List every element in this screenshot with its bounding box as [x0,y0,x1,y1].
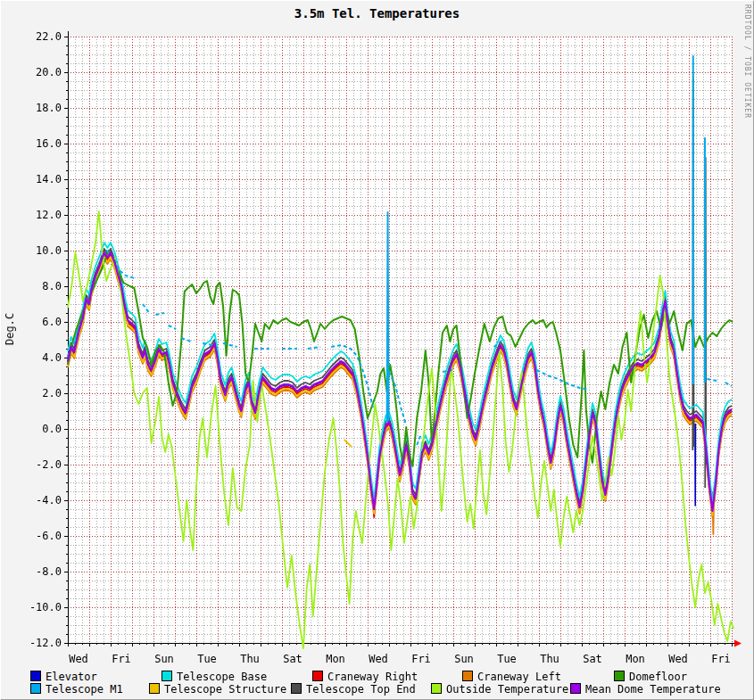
legend-item-craneway_left: Craneway Left [462,671,561,682]
legend-item-telescope_structure: Telescope Structure [149,683,286,695]
x-tick-label: Sun [446,654,482,664]
y-tick-label: 8.0 [22,281,62,292]
legend-item-telescope_m1: Telescope M1 [30,683,123,695]
x-tick-label: Sat [275,654,311,664]
x-tick-label: Fri [403,654,439,664]
y-tick-label: 18.0 [22,103,62,113]
legend-item-elevator: Elevator [30,671,97,682]
legend-label: Mean Dome Temperature [585,683,721,696]
chart-plot-canvas [1,1,754,665]
x-tick-label: Sun [146,654,182,664]
rrdtool-temperature-graph: 3.5m Tel. Temperatures Deg.C RRDTOOL / T… [0,0,754,700]
legend-item-telescope_top_end: Telescope Top End [291,683,416,695]
y-tick-label: -2.0 [22,459,62,470]
x-tick-label: Fri [104,654,139,664]
domefloor-swatch-icon [614,671,625,681]
legend-label: Elevator [46,671,97,683]
y-tick-label: -4.0 [22,495,62,506]
legend-item-telescope_base: Telescope Base [162,671,267,682]
craneway_left-swatch-icon [462,671,473,681]
legend-label: Telescope Structure [164,683,286,696]
y-tick-label: -6.0 [22,531,62,541]
x-tick-label: Wed [360,654,396,664]
x-tick-label: Wed [660,654,696,664]
craneway_right-swatch-icon [312,671,323,681]
legend-label: Outside Temperature [446,683,568,696]
y-tick-label: 6.0 [22,317,62,327]
legend-label: Domefloor [629,671,687,683]
x-tick-label: Thu [532,654,568,664]
y-tick-label: 12.0 [22,210,62,220]
legend-label: Craneway Right [327,671,418,683]
x-tick-label: Tue [489,654,525,664]
legend-label: Telescope Base [177,671,267,683]
x-tick-label: Mon [617,654,653,664]
legend-item-craneway_right: Craneway Right [312,671,418,682]
legend-item-outside_temperature: Outside Temperature [431,683,568,695]
x-tick-label: Thu [232,654,268,664]
y-tick-label: -12.0 [22,638,62,648]
y-tick-label: 20.0 [22,67,62,78]
y-tick-label: 10.0 [22,245,62,256]
y-tick-label: 2.0 [22,388,62,399]
outside_temperature-swatch-icon [431,683,442,694]
legend-label: Craneway Left [477,671,561,683]
y-tick-label: -10.0 [22,602,62,613]
elevator-swatch-icon [30,671,41,681]
x-tick-label: Mon [318,654,353,664]
mean_dome_temperature-swatch-icon [570,683,581,694]
legend-label: Telescope Top End [306,683,416,696]
telescope_m1-swatch-icon [30,683,41,694]
legend-item-mean_dome_temperature: Mean Dome Temperature [570,683,721,695]
telescope_base-swatch-icon [162,671,172,681]
telescope_top_end-swatch-icon [291,683,302,694]
y-axis-label: Deg.C [4,313,16,345]
y-tick-label: -8.0 [22,566,62,577]
y-tick-label: 14.0 [22,174,62,185]
y-tick-label: 16.0 [22,138,62,149]
x-tick-label: Wed [61,654,96,664]
x-tick-label: Sat [575,654,610,664]
telescope_structure-swatch-icon [149,683,160,694]
y-tick-label: 22.0 [22,31,62,42]
rrdtool-watermark: RRDTOOL / TOBI OETIKER [743,4,751,119]
x-tick-label: Fri [703,654,739,664]
y-tick-label: 4.0 [22,352,62,363]
y-tick-label: 0.0 [22,424,62,434]
legend-item-domefloor: Domefloor [614,671,687,682]
x-tick-label: Tue [189,654,225,664]
legend-label: Telescope M1 [46,683,123,696]
